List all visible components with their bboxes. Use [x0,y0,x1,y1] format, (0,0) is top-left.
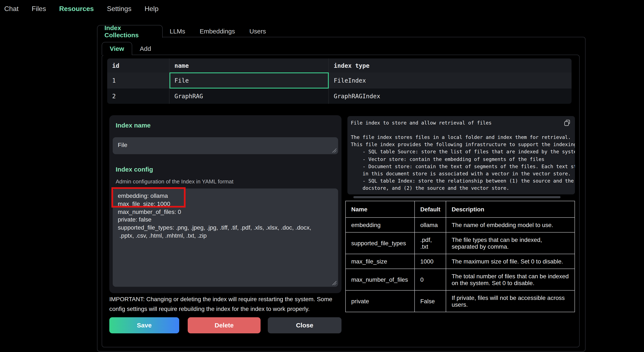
table-cell-row1-id[interactable]: 1 [107,72,170,88]
index-description-panel: File index to store and allow retrieval … [348,116,575,194]
table-cell-row2-index-type[interactable]: GraphRAGIndex [329,88,572,104]
index-name-field-wrap: File [113,137,338,154]
param-default: 0 [414,269,446,290]
params-header-name: Name [346,201,414,218]
index-table: id name index type 1 File FileIndex 2 Gr… [107,58,572,104]
params-header-default: Default [414,201,446,218]
close-button[interactable]: Close [268,317,342,333]
param-description: The total number of files that can be in… [446,269,575,290]
horizontal-scrollbar[interactable] [348,196,570,198]
param-name: max_file_size [346,254,414,269]
index-description-text: File index to store and allow retrieval … [348,116,575,192]
index-table-header-index-type: index type [329,58,572,72]
delete-button[interactable]: Delete [188,317,260,333]
param-default: 1000 [414,254,446,269]
param-name: embedding [346,218,414,232]
index-config-label: Index config [116,165,342,174]
params-header-description: Description [446,201,575,218]
table-cell-row2-id[interactable]: 2 [107,88,170,104]
param-name: private [346,290,414,312]
params-row-embedding: embedding ollama The name of embedding m… [346,218,575,232]
nav-item-chat[interactable]: Chat [4,5,19,13]
tab-embeddings[interactable]: Embeddings [192,25,242,38]
top-nav: Chat Files Resources Settings Help [4,5,158,13]
nav-item-resources[interactable]: Resources [59,5,94,13]
index-table-header-name: name [170,58,329,72]
param-description: The file types that can be indexed, sepa… [446,232,575,254]
tab-llms[interactable]: LLMs [162,25,192,38]
tab-users[interactable]: Users [242,25,273,38]
annotation-red-box [112,187,186,207]
param-description: The name of embedding model to use. [446,218,575,232]
app-root: Chat Files Resources Settings Help Index… [0,0,644,352]
save-button[interactable]: Save [109,317,179,333]
params-table: Name Default Description embedding ollam… [345,201,575,312]
warning-text: IMPORTANT: Changing or deleting the inde… [109,294,342,314]
param-name: supported_file_types [346,232,414,254]
form-actions: Save Delete Close [109,317,342,333]
param-default: .pdf, .txt [414,232,446,254]
nav-item-files[interactable]: Files [32,5,46,13]
param-default: False [414,290,446,312]
index-table-header-id: id [107,58,170,72]
copy-icon[interactable] [564,119,571,126]
table-cell-row1-name-selected[interactable]: File [170,72,329,88]
index-name-label: Index name [116,121,342,130]
sub-tab-bar: View Add [102,42,159,55]
table-cell-row2-name[interactable]: GraphRAG [170,88,329,104]
param-description: The maximum size of file. Set 0 to disab… [446,254,575,269]
index-config-help: Admin configuration of the Index in YAML… [116,178,342,185]
nav-item-settings[interactable]: Settings [107,5,132,13]
tab-view[interactable]: View [102,42,132,55]
scrollbar-thumb[interactable] [353,196,560,198]
param-name: max_number_of_files [346,269,414,290]
params-row-max-file-size: max_file_size 1000 The maximum size of f… [346,254,575,269]
table-cell-row1-index-type[interactable]: FileIndex [329,72,572,88]
main-tab-bar: Index Collections LLMs Embeddings Users [97,25,273,38]
param-default: ollama [414,218,446,232]
tab-index-collections[interactable]: Index Collections [97,25,162,38]
index-name-input[interactable]: File [113,137,338,154]
tab-add[interactable]: Add [132,42,159,55]
params-row-private: private False If private, files will not… [346,290,575,312]
nav-item-help[interactable]: Help [144,5,158,13]
params-header-row: Name Default Description [346,201,575,218]
params-row-supported-file-types: supported_file_types .pdf, .txt The file… [346,232,575,254]
param-description: If private, files will not be accessible… [446,290,575,312]
params-row-max-number-of-files: max_number_of_files 0 The total number o… [346,269,575,290]
